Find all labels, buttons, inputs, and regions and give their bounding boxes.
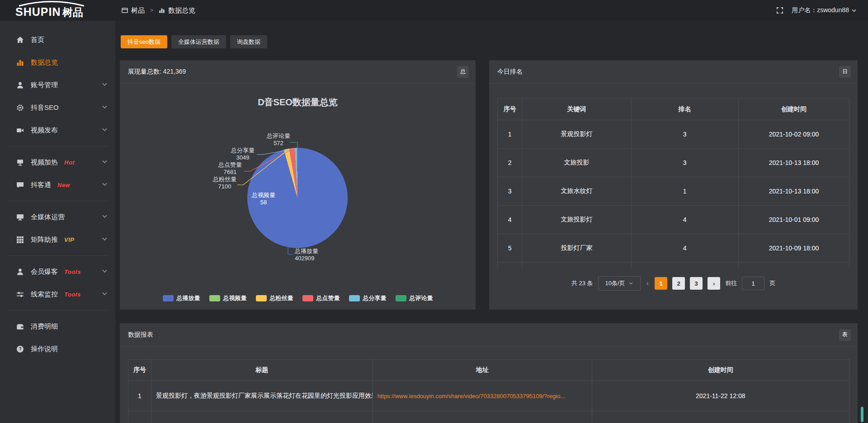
breadcrumb: 树品 > 数据总览 — [122, 6, 195, 15]
sidebar-item-data-overview[interactable]: 数据总览 — [0, 51, 115, 74]
window-icon — [122, 7, 128, 14]
chevron-down-icon — [102, 292, 107, 297]
page-button-1[interactable]: 1 — [655, 277, 667, 290]
scrollbar-thumb[interactable] — [861, 407, 863, 422]
chevron-down-icon — [102, 160, 107, 165]
chevron-down-icon — [102, 215, 107, 220]
table-row: 5 投影灯厂家 4 2021-10-09 18:00 — [498, 234, 849, 263]
chevron-down-icon — [629, 282, 633, 285]
pie-label-plays: 总播放量 402909 — [295, 248, 349, 262]
prev-page-button[interactable]: ‹ — [646, 279, 650, 288]
gear-icon — [16, 104, 24, 112]
legend-item-likes[interactable]: 总点赞量 — [302, 294, 340, 302]
svg-text:SHUPIN: SHUPIN — [15, 5, 61, 18]
sidebar-item-douketong[interactable]: 抖客通 New — [0, 174, 115, 196]
report-table: 序号 标题 地址 创建时间 1 景观投影灯，夜游景观投影灯厂家展示展示落花灯在花… — [128, 359, 849, 423]
question-circle-icon: ? — [16, 345, 24, 353]
user-icon — [16, 268, 24, 276]
legend-item-plays[interactable]: 总播放量 — [163, 294, 200, 302]
table-row: 4 文旅投影灯 4 2021-10-01 09:00 — [498, 206, 849, 234]
username-label: 用户名：zswodun88 — [792, 6, 849, 14]
day-badge-button[interactable]: 日 — [839, 66, 851, 78]
table-row: 1 景观投影灯，夜游景观投影灯厂家展示展示落花灯在花园里的灯光投影应用效果 # … — [128, 381, 849, 411]
report-title-cell: 景观投影灯，夜游景观投影灯厂家展示展示落花灯在花园里的灯光投影应用效果 # — [151, 381, 373, 411]
tab-douyin-seo-data[interactable]: 抖音seo数据 — [121, 35, 167, 48]
pagination-total: 共 23 条 — [571, 279, 593, 287]
impressions-total-label: 展现量总数: 421,369 — [128, 68, 186, 76]
topbar-right: 用户名：zswodun88 — [776, 6, 868, 14]
chart-legend: 总播放量 总视频量 总粉丝量 总点赞量 总分享量 总评论量 — [120, 294, 476, 302]
report-panel-title: 数据报表 — [128, 331, 153, 339]
sidebar-item-video-publish[interactable]: 视频发布 — [0, 119, 115, 141]
signboard-icon — [16, 159, 24, 166]
sidebar-item-home[interactable]: 首页 — [0, 28, 115, 51]
sidebar-divider — [8, 310, 107, 310]
table-row-partial — [498, 263, 849, 269]
data-tabs: 抖音seo数据 全媒体运营数据 询盘数据 — [121, 35, 267, 48]
report-url-link[interactable]: https://www.iesdouyin.com/share/video/70… — [377, 393, 566, 400]
legend-item-shares[interactable]: 总分享量 — [349, 294, 387, 302]
legend-item-videos[interactable]: 总视频量 — [209, 294, 247, 302]
breadcrumb-root[interactable]: 树品 — [131, 6, 145, 15]
table-row: 2 文旅投影 3 2021-10-13 18:00 — [498, 149, 849, 177]
chevron-down-icon — [102, 128, 107, 133]
report-panel-header: 数据报表 表 — [120, 323, 858, 347]
svg-text:?: ? — [19, 347, 21, 352]
pie-label-shares: 总分享量 3049 — [220, 147, 265, 161]
monitor-icon — [16, 213, 24, 221]
sidebar-item-account-management[interactable]: 账号管理 — [0, 74, 115, 96]
sliders-icon — [16, 291, 24, 298]
goto-page-input[interactable] — [742, 277, 764, 290]
video-camera-icon — [16, 127, 24, 134]
fullscreen-icon[interactable] — [776, 7, 783, 14]
table-badge-button[interactable]: 表 — [839, 329, 851, 341]
table-row-partial — [128, 411, 849, 423]
sidebar-item-media-operation[interactable]: 全媒体运营 — [0, 206, 115, 228]
sidebar-divider — [8, 255, 107, 256]
breadcrumb-separator: > — [150, 7, 153, 14]
ranking-panel-header: 今日排名 日 — [489, 60, 858, 84]
grid-icon — [16, 236, 24, 244]
page-button-3[interactable]: 3 — [690, 277, 703, 290]
home-icon — [16, 36, 24, 44]
chevron-down-icon — [102, 237, 107, 242]
tab-inquiry-data[interactable]: 询盘数据 — [230, 35, 267, 48]
wallet-icon — [16, 323, 24, 330]
sidebar-item-video-heat[interactable]: 视频加热 Hot — [0, 151, 115, 174]
legend-item-comments[interactable]: 总评论量 — [396, 294, 433, 302]
bar-chart-icon — [159, 7, 165, 14]
sidebar: 首页 数据总览 账号管理 抖音SEO 视频发布 视频加热 Hot 抖客通 New — [0, 21, 115, 423]
chevron-down-icon — [102, 269, 107, 274]
page-size-select[interactable]: 10条/页 — [598, 276, 641, 291]
goto-label: 前往 — [725, 279, 737, 287]
table-header-row: 序号 标题 地址 创建时间 — [128, 360, 849, 381]
sidebar-item-member-baoke[interactable]: 会员爆客 Tools — [0, 260, 115, 283]
sidebar-item-consumption-detail[interactable]: 消费明细 — [0, 315, 115, 338]
breadcrumb-current: 数据总览 — [168, 6, 195, 15]
overview-panel-header: 展现量总数: 421,369 总 — [120, 60, 476, 84]
sidebar-item-clue-monitor[interactable]: 线索监控 Tools — [0, 283, 115, 306]
user-icon — [16, 81, 24, 89]
sidebar-item-douyin-seo[interactable]: 抖音SEO — [0, 96, 115, 119]
goto-unit: 页 — [769, 279, 775, 287]
pie-label-comments: 总评论量 572 — [256, 132, 301, 147]
pie-label-likes: 总点赞量 7681 — [208, 161, 253, 176]
user-menu[interactable]: 用户名：zswodun88 — [792, 6, 856, 14]
table-row: 3 文旅水纹灯 1 2021-10-13 18:00 — [498, 177, 849, 206]
app-root: { "colors": { "accent": "#f28a11", "hot_… — [0, 0, 868, 423]
logo-graphic: SHUPIN 树品 — [12, 0, 92, 19]
overview-panel: 展现量总数: 421,369 总 D音SEO数据量总览 总评论量 572 总分享… — [120, 60, 476, 310]
pie-label-videos: 总视频量 58 — [241, 192, 286, 206]
topbar: SHUPIN 树品 树品 > 数据总览 用户名：zswodun88 — [0, 0, 868, 21]
sidebar-item-operation-guide[interactable]: ? 操作说明 — [0, 338, 115, 360]
sidebar-item-matrix-boost[interactable]: 矩阵助推 VIP — [0, 228, 115, 251]
legend-item-fans[interactable]: 总粉丝量 — [256, 294, 293, 302]
logo[interactable]: SHUPIN 树品 — [0, 0, 115, 20]
tab-media-operation-data[interactable]: 全媒体运营数据 — [171, 35, 226, 48]
total-badge-button[interactable]: 总 — [457, 66, 469, 78]
pagination: 共 23 条 10条/页 ‹ 1 2 3 › 前往 页 — [489, 276, 858, 291]
page-button-2[interactable]: 2 — [672, 277, 685, 290]
chevron-down-icon — [102, 183, 107, 188]
ranking-panel: 今日排名 日 序号 关键词 排名 创建时间 1 景观投影灯 3 2021-10-… — [489, 60, 858, 310]
next-page-button[interactable]: › — [708, 277, 720, 290]
